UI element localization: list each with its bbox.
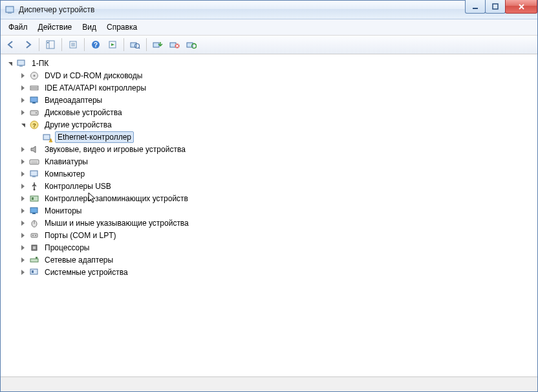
maximize-button[interactable] — [485, 0, 506, 14]
svg-point-27 — [34, 74, 36, 76]
tree-item-mice[interactable]: Мыши и иные указывающие устройства — [19, 217, 536, 229]
toolbar: ? — [1, 36, 537, 54]
keyboard-icon — [29, 157, 39, 167]
svg-rect-32 — [30, 111, 38, 115]
svg-rect-55 — [33, 246, 36, 249]
toolbar-sep-2 — [61, 38, 62, 51]
storage-controller-icon — [29, 193, 39, 204]
window-buttons — [466, 0, 537, 14]
expander-closed-icon[interactable] — [19, 182, 27, 190]
expander-closed-icon[interactable] — [19, 232, 27, 239]
expander-closed-icon[interactable] — [19, 109, 27, 116]
svg-rect-51 — [31, 234, 38, 237]
expander-closed-icon[interactable] — [19, 72, 27, 80]
svg-rect-56 — [30, 259, 38, 262]
tree-item-dvd[interactable]: DVD и CD-ROM дисководы — [19, 69, 536, 82]
disable-button[interactable] — [184, 37, 199, 52]
update-driver-button[interactable] — [150, 37, 166, 52]
system-devices-icon — [29, 267, 39, 278]
tree-item-computer[interactable]: Компьютер — [19, 168, 536, 180]
toolbar-sep-5 — [146, 38, 147, 51]
device-tree[interactable]: 1-ПК DVD и CD-ROM дисководы IDE ATA/ATAP… — [1, 54, 537, 376]
scan-hardware-button[interactable] — [127, 37, 143, 52]
svg-rect-2 — [473, 8, 478, 9]
tree-item-ethernet[interactable]: ! Ethernet-контроллер — [32, 131, 536, 143]
statusbar — [1, 376, 537, 391]
minimize-button[interactable] — [465, 0, 486, 14]
svg-rect-6 — [47, 42, 48, 43]
show-hide-tree-button[interactable] — [43, 37, 58, 52]
tree-item-disk[interactable]: Дисковые устройства — [19, 106, 536, 118]
expander-closed-icon[interactable] — [19, 244, 27, 252]
tree-root[interactable]: 1-ПК — [6, 57, 536, 69]
back-button[interactable] — [3, 37, 19, 52]
forward-button[interactable] — [20, 37, 36, 52]
svg-rect-58 — [30, 269, 38, 274]
svg-rect-47 — [30, 208, 38, 213]
menubar: Файл Действие Вид Справка — [1, 19, 537, 36]
expander-closed-icon[interactable] — [19, 84, 27, 92]
window-title: Диспетчер устройств — [19, 5, 94, 14]
svg-rect-36 — [43, 135, 50, 140]
help-button[interactable]: ? — [88, 37, 103, 52]
expander-open-icon[interactable] — [19, 121, 27, 129]
menu-file[interactable]: Файл — [3, 21, 33, 33]
expander-closed-icon[interactable] — [19, 219, 27, 227]
action-button[interactable] — [105, 37, 120, 52]
svg-rect-3 — [493, 4, 498, 9]
tree-item-ports[interactable]: Порты (COM и LPT) — [19, 229, 536, 241]
svg-rect-57 — [36, 257, 38, 259]
tree-item-other[interactable]: ? Другие устройства — [19, 118, 536, 131]
close-button[interactable] — [505, 0, 537, 14]
toolbar-sep-1 — [39, 38, 39, 51]
titlebar[interactable]: Диспетчер устройств — [1, 1, 537, 19]
tree-item-monitors[interactable]: Мониторы — [19, 204, 536, 217]
svg-rect-48 — [32, 213, 36, 214]
tree-item-ethernet-label: Ethernet-контроллер — [55, 131, 134, 143]
usb-icon — [29, 181, 39, 191]
toolbar-sep-4 — [124, 38, 124, 51]
menu-action[interactable]: Действие — [33, 21, 78, 33]
ide-controller-icon — [29, 83, 39, 93]
expander-closed-icon[interactable] — [19, 268, 27, 276]
uninstall-button[interactable] — [167, 37, 182, 52]
ports-icon — [29, 230, 39, 241]
svg-rect-46 — [32, 197, 34, 200]
svg-rect-30 — [30, 97, 38, 102]
svg-rect-14 — [131, 43, 136, 47]
menu-view[interactable]: Вид — [77, 21, 102, 33]
tree-item-usb[interactable]: Контроллеры USB — [19, 180, 536, 192]
tree-item-video[interactable]: Видеоадаптеры — [19, 94, 536, 106]
other-devices-icon: ? — [29, 120, 39, 130]
menu-help[interactable]: Справка — [102, 21, 142, 33]
tree-item-storage-controllers[interactable]: Контроллеры запоминающих устройств — [19, 192, 536, 204]
svg-text:?: ? — [32, 122, 36, 129]
tree-item-sound[interactable]: Звуковые, видео и игровые устройства — [19, 143, 536, 155]
toolbar-sep-3 — [84, 38, 85, 51]
expander-closed-icon[interactable] — [19, 195, 27, 202]
svg-rect-25 — [19, 65, 23, 67]
expander-closed-icon[interactable] — [19, 96, 27, 104]
expander-closed-icon[interactable] — [19, 207, 27, 215]
expander-closed-icon[interactable] — [19, 158, 27, 166]
svg-point-52 — [32, 235, 34, 236]
svg-rect-42 — [30, 171, 38, 176]
expander-closed-icon[interactable] — [19, 146, 27, 153]
expander-closed-icon[interactable] — [19, 256, 27, 264]
tree-root-label: 1-ПК — [29, 58, 51, 69]
tree-item-network[interactable]: Сетевые адаптеры — [19, 254, 536, 266]
expander-open-icon[interactable] — [6, 60, 14, 67]
tree-item-ide[interactable]: IDE ATA/ATAPI контроллеры — [19, 82, 536, 94]
tree-item-processors[interactable]: Процессоры — [19, 241, 536, 254]
expander-closed-icon[interactable] — [19, 170, 27, 178]
tree-item-keyboard[interactable]: Клавиатуры — [19, 155, 536, 168]
network-adapter-icon — [29, 255, 39, 265]
tree-item-system[interactable]: Системные устройства — [19, 266, 536, 278]
svg-rect-43 — [32, 176, 36, 177]
svg-point-33 — [36, 112, 37, 113]
cpu-icon — [29, 243, 39, 253]
properties-button[interactable] — [65, 37, 81, 52]
svg-rect-59 — [32, 270, 34, 273]
svg-rect-4 — [47, 41, 54, 49]
expander-none — [32, 133, 39, 141]
